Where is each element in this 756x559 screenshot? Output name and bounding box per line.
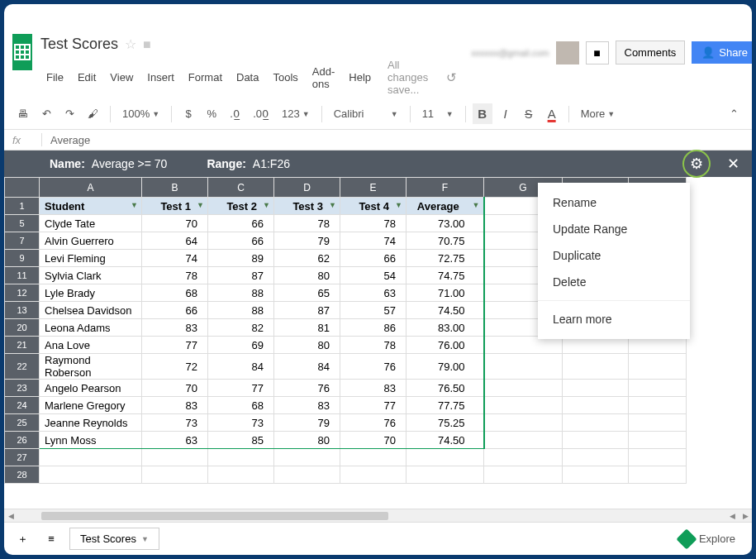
cell[interactable]: [340, 449, 407, 466]
cell[interactable]: [274, 466, 340, 484]
cell[interactable]: 74.75: [407, 267, 484, 284]
filter-icon[interactable]: ▼: [263, 201, 270, 209]
cell[interactable]: [484, 380, 563, 397]
row-head[interactable]: 24: [5, 397, 40, 414]
cell[interactable]: 73.00: [407, 215, 484, 232]
cell[interactable]: Sylvia Clark: [40, 267, 142, 284]
cell[interactable]: 70: [142, 380, 208, 397]
filter-icon[interactable]: ▼: [131, 201, 138, 209]
cell[interactable]: 69: [208, 337, 274, 354]
cell[interactable]: Marlene Gregory: [40, 397, 142, 414]
sheet-tab-arrow-icon[interactable]: ▼: [141, 535, 149, 543]
cell[interactable]: 83: [274, 397, 340, 414]
menu-rename[interactable]: Rename: [538, 189, 690, 216]
cell[interactable]: 74: [142, 250, 208, 267]
cell[interactable]: Raymond Roberson: [40, 354, 142, 380]
cell[interactable]: 78: [142, 267, 208, 284]
menu-edit[interactable]: Edit: [72, 69, 102, 86]
row-head[interactable]: 5: [5, 215, 40, 232]
cell[interactable]: [563, 380, 629, 397]
italic-button[interactable]: I: [496, 103, 516, 124]
cell[interactable]: [629, 466, 687, 484]
row-head[interactable]: 12: [5, 284, 40, 302]
cell[interactable]: 80: [274, 432, 340, 449]
cell[interactable]: 73: [208, 414, 274, 432]
gear-icon[interactable]: ⚙: [682, 150, 711, 178]
cell[interactable]: [40, 449, 142, 466]
row-head[interactable]: 28: [5, 466, 40, 484]
cell[interactable]: [629, 397, 687, 414]
avatar[interactable]: [556, 41, 579, 64]
horizontal-scrollbar[interactable]: ◀ ◀ ▶: [4, 509, 752, 522]
bold-button[interactable]: B: [473, 103, 492, 124]
cell[interactable]: [40, 466, 142, 484]
cell[interactable]: [407, 466, 484, 484]
cell[interactable]: 74: [340, 232, 407, 250]
cell[interactable]: [563, 414, 629, 432]
cell[interactable]: 76: [340, 414, 407, 432]
cell[interactable]: 84: [208, 354, 274, 380]
cell[interactable]: Angelo Pearson: [40, 380, 142, 397]
browser-tab[interactable]: [25, 6, 174, 29]
cell[interactable]: 80: [274, 267, 340, 284]
filter-icon[interactable]: ▼: [329, 201, 336, 209]
cell[interactable]: [563, 354, 629, 380]
cell[interactable]: 72: [142, 354, 208, 380]
menu-learn-more[interactable]: Learn more: [538, 306, 690, 332]
cell[interactable]: 77: [208, 380, 274, 397]
undo-icon[interactable]: ↶: [36, 104, 56, 123]
number-format-dropdown[interactable]: 123▼: [277, 105, 315, 122]
cell[interactable]: 86: [340, 319, 407, 337]
cell[interactable]: 76: [340, 354, 407, 380]
cell[interactable]: 76: [274, 380, 340, 397]
menu-help[interactable]: Help: [343, 69, 377, 86]
collapse-toolbar-icon[interactable]: ⌃: [724, 104, 744, 123]
sheets-logo[interactable]: [12, 34, 32, 70]
cell[interactable]: 73: [142, 414, 208, 432]
scroll-thumb[interactable]: [41, 512, 388, 520]
scroll-left-arrow-icon[interactable]: ◀: [725, 509, 739, 523]
cell[interactable]: Lyle Brady: [40, 284, 142, 302]
filter-icon[interactable]: ▼: [473, 201, 480, 209]
menu-file[interactable]: File: [40, 69, 69, 86]
cell[interactable]: 76.00: [407, 337, 484, 354]
cell[interactable]: 74.50: [407, 302, 484, 319]
row-head[interactable]: 9: [5, 250, 40, 267]
cell[interactable]: 66: [208, 232, 274, 250]
filter-name-value[interactable]: Average >= 70: [92, 157, 168, 170]
filter-icon[interactable]: ▼: [395, 201, 402, 209]
cell[interactable]: 88: [208, 302, 274, 319]
redo-icon[interactable]: ↷: [59, 104, 79, 123]
cell[interactable]: 81: [274, 319, 340, 337]
menu-duplicate[interactable]: Duplicate: [538, 242, 690, 269]
cell[interactable]: Lynn Moss: [40, 432, 142, 449]
menu-addons[interactable]: Add-ons: [307, 63, 340, 93]
add-sheet-icon[interactable]: ＋: [12, 528, 33, 550]
cell[interactable]: 54: [340, 267, 407, 284]
row-head[interactable]: 26: [5, 432, 40, 449]
cell[interactable]: 77: [340, 397, 407, 414]
row-head[interactable]: 25: [5, 414, 40, 432]
cell[interactable]: [340, 466, 407, 484]
cell[interactable]: Alvin Guerrero: [40, 232, 142, 250]
cell[interactable]: [274, 449, 340, 466]
scroll-left-icon[interactable]: ◀: [4, 509, 17, 523]
text-color-button[interactable]: A: [542, 103, 562, 124]
cell[interactable]: 66: [142, 302, 208, 319]
filter-icon[interactable]: ▼: [197, 201, 204, 209]
cell[interactable]: 83.00: [407, 319, 484, 337]
cell[interactable]: 84: [274, 354, 340, 380]
cell[interactable]: 77.75: [407, 397, 484, 414]
cell[interactable]: 89: [208, 250, 274, 267]
col-d[interactable]: D: [274, 178, 340, 198]
cell[interactable]: [563, 397, 629, 414]
paint-format-icon[interactable]: 🖌: [83, 104, 103, 123]
cell[interactable]: [484, 397, 563, 414]
cell[interactable]: 79: [274, 232, 340, 250]
col-f[interactable]: F: [407, 178, 484, 198]
col-c[interactable]: C: [208, 178, 274, 198]
menu-data[interactable]: Data: [231, 69, 264, 86]
cell[interactable]: 87: [208, 267, 274, 284]
cell[interactable]: Chelsea Davidson: [40, 302, 142, 319]
cell[interactable]: 78: [340, 215, 407, 232]
